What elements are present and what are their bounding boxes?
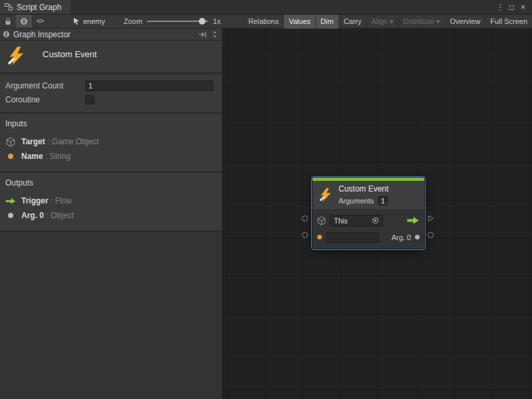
outputs-header: Outputs xyxy=(5,178,217,188)
script-graph-icon xyxy=(5,3,13,11)
inputs-section: Inputs Target : Game Object Name : Strin… xyxy=(0,114,222,173)
output-row-arg0: Arg. 0 : Object xyxy=(5,208,217,223)
unit-title: Custom Event xyxy=(43,49,97,59)
graph-inspector-panel: Graph Inspector ▲ ▼ Custom Event Argumen… xyxy=(0,29,223,399)
pointer-icon xyxy=(73,18,80,25)
node-title: Custom Event xyxy=(338,184,388,194)
flow-arrow-icon xyxy=(406,216,420,225)
chevron-down-icon: ▾ xyxy=(390,17,394,26)
argument-count-row: Argument Count xyxy=(5,78,213,92)
window-controls: ⋮ □ × xyxy=(495,0,532,14)
scroll-up-icon[interactable]: ▲ xyxy=(213,30,217,35)
port-name: Name xyxy=(21,152,43,161)
dock-icon[interactable] xyxy=(198,31,207,38)
argument-count-label: Argument Count xyxy=(5,81,85,90)
port-type: : Game Object xyxy=(47,137,98,146)
name-input-port[interactable] xyxy=(302,232,308,238)
tab-title: Script Graph xyxy=(17,3,61,12)
port-name: Arg. 0 xyxy=(21,211,44,220)
zoom-control: Zoom 1x xyxy=(124,17,221,25)
maximize-icon[interactable]: □ xyxy=(506,1,517,13)
custom-event-node[interactable]: Custom Event Arguments 1 This xyxy=(312,177,425,249)
graph-ref-label: enemy xyxy=(83,17,105,25)
unit-title-section: Custom Event xyxy=(0,41,222,74)
unity-script-graph-window: { "window": { "tab_title": "Script Graph… xyxy=(0,0,532,399)
scroll-down-icon[interactable]: ▼ xyxy=(213,35,217,39)
arguments-label: Arguments xyxy=(338,197,374,205)
object-port-icon xyxy=(415,235,420,239)
carry-button[interactable]: Carry xyxy=(338,15,366,29)
port-name: Trigger xyxy=(21,196,49,205)
arg0-label: Arg. 0 xyxy=(392,233,411,241)
menu-icon[interactable]: ⋮ xyxy=(495,1,506,13)
inspector-header: Graph Inspector ▲ ▼ xyxy=(0,29,222,41)
node-arguments: Arguments 1 xyxy=(338,196,388,205)
value-port-icon xyxy=(5,154,16,159)
overview-button[interactable]: Overview xyxy=(445,15,485,29)
input-row-target: Target : Game Object xyxy=(5,134,217,149)
custom-event-icon xyxy=(319,188,333,202)
zoom-slider-knob[interactable] xyxy=(199,18,205,25)
output-row-trigger: Trigger : Flow xyxy=(5,194,217,208)
target-picker-icon[interactable] xyxy=(372,217,379,224)
values-button[interactable]: Values xyxy=(283,15,315,29)
info-icon xyxy=(3,31,10,38)
target-dropdown[interactable]: This xyxy=(330,215,383,227)
port-type: : Object xyxy=(46,211,73,220)
toolbar: <> enemy Zoom 1x Relations Values Dim Ca… xyxy=(0,15,532,29)
inspector-toggle-info-icon[interactable] xyxy=(16,15,32,28)
custom-event-icon xyxy=(7,46,27,66)
align-dropdown[interactable]: Align▾ xyxy=(366,15,398,29)
name-value-input[interactable] xyxy=(326,232,379,243)
coroutine-checkbox[interactable] xyxy=(85,95,94,104)
target-input-port[interactable] xyxy=(302,215,308,221)
coroutine-row: Coroutine xyxy=(5,92,213,106)
toolbar-buttons: Relations Values Dim Carry Align▾ Distri… xyxy=(243,15,532,29)
zoom-label: Zoom xyxy=(124,17,142,25)
full-screen-button[interactable]: Full Screen xyxy=(485,15,532,29)
port-name: Target xyxy=(21,137,45,146)
graph-canvas[interactable]: Custom Event Arguments 1 This xyxy=(223,29,532,399)
node-row-arg0: Arg. 0 xyxy=(317,231,420,243)
inspector-title: Graph Inspector xyxy=(13,30,70,39)
cube-icon xyxy=(5,137,16,147)
distribute-dropdown[interactable]: Distribute▾ xyxy=(398,15,445,29)
arguments-count-field[interactable]: 1 xyxy=(378,196,388,205)
cube-icon xyxy=(317,216,326,225)
dim-button[interactable]: Dim xyxy=(315,15,338,29)
scroll-spinner: ▲ ▼ xyxy=(210,30,219,39)
node-body: This Arg. 0 xyxy=(313,209,424,249)
zoom-slider[interactable] xyxy=(147,21,208,22)
argument-count-input[interactable] xyxy=(85,80,213,91)
object-port-icon xyxy=(5,213,16,218)
chevron-down-icon: ▾ xyxy=(436,17,440,26)
outputs-section: Outputs Trigger : Flow Arg. 0 : Object xyxy=(0,173,222,232)
zoom-value: 1x xyxy=(213,17,221,25)
close-icon[interactable]: × xyxy=(517,1,529,13)
inputs-header: Inputs xyxy=(5,119,217,128)
flow-arrow-icon xyxy=(5,198,16,205)
unit-fields-section: Argument Count Coroutine xyxy=(0,74,222,114)
node-header[interactable]: Custom Event Arguments 1 xyxy=(313,181,424,209)
titlebar: Script Graph ⋮ □ × xyxy=(0,0,532,15)
trigger-output-port[interactable] xyxy=(428,215,434,222)
value-port-icon xyxy=(317,235,322,239)
port-type: : Flow xyxy=(51,196,72,205)
code-icon[interactable]: <> xyxy=(32,15,48,28)
arg0-output-port[interactable] xyxy=(428,232,434,238)
input-row-name: Name : String xyxy=(5,149,217,164)
graph-reference[interactable]: enemy xyxy=(68,17,110,25)
port-type: : String xyxy=(45,152,70,161)
tab-script-graph[interactable]: Script Graph xyxy=(0,0,70,14)
relations-button[interactable]: Relations xyxy=(243,15,283,29)
lock-icon[interactable] xyxy=(0,15,16,28)
target-dropdown-value: This xyxy=(334,217,372,225)
coroutine-label: Coroutine xyxy=(5,95,85,104)
node-row-target: This xyxy=(317,214,420,227)
